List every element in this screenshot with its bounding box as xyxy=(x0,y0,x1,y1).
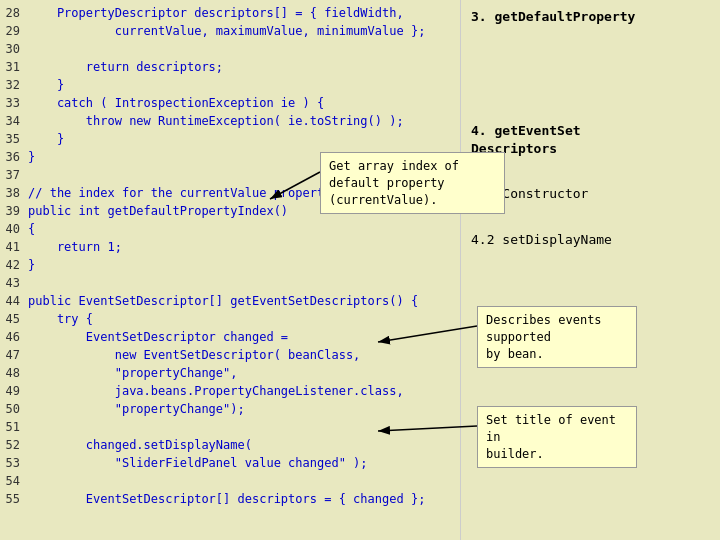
line-number: 40 xyxy=(0,220,28,238)
code-line-30: 30 xyxy=(0,40,460,58)
line-code: throw new RuntimeException( ie.toString(… xyxy=(28,112,404,130)
code-line-48: 48 "propertyChange", xyxy=(0,364,460,382)
code-line-31: 31 return descriptors; xyxy=(0,58,460,76)
line-number: 43 xyxy=(0,274,28,292)
line-number: 48 xyxy=(0,364,28,382)
line-number: 46 xyxy=(0,328,28,346)
code-line-45: 45 try { xyxy=(0,310,460,328)
line-code: changed.setDisplayName( xyxy=(28,436,252,454)
line-code: "propertyChange", xyxy=(28,364,238,382)
code-line-50: 50 "propertyChange"); xyxy=(0,400,460,418)
code-line-35: 35 } xyxy=(0,130,460,148)
line-code: "SliderFieldPanel value changed" ); xyxy=(28,454,368,472)
line-code: } xyxy=(28,130,64,148)
line-number: 41 xyxy=(0,238,28,256)
main-container: 28 PropertyDescriptor descriptors[] = { … xyxy=(0,0,720,540)
code-line-43: 43 xyxy=(0,274,460,292)
sidebar-item-4-1: 4.1 Constructor xyxy=(471,185,710,203)
line-code: public int getDefaultPropertyIndex() xyxy=(28,202,288,220)
code-line-49: 49 java.beans.PropertyChangeListener.cla… xyxy=(0,382,460,400)
line-code: // the index for the currentValue proper… xyxy=(28,184,331,202)
line-number: 44 xyxy=(0,292,28,310)
line-number: 45 xyxy=(0,310,28,328)
line-number: 42 xyxy=(0,256,28,274)
line-number: 28 xyxy=(0,4,28,22)
line-code: public EventSetDescriptor[] getEventSetD… xyxy=(28,292,418,310)
tooltip-set-title: Set title of event inbuilder. xyxy=(477,406,637,468)
line-number: 34 xyxy=(0,112,28,130)
line-number: 39 xyxy=(0,202,28,220)
code-line-29: 29 currentValue, maximumValue, minimumVa… xyxy=(0,22,460,40)
line-code: "propertyChange"); xyxy=(28,400,245,418)
code-line-53: 53 "SliderFieldPanel value changed" ); xyxy=(0,454,460,472)
line-code: java.beans.PropertyChangeListener.class, xyxy=(28,382,404,400)
sidebar-item-4: 4. getEventSetDescriptors xyxy=(471,122,710,158)
code-line-51: 51 xyxy=(0,418,460,436)
code-line-47: 47 new EventSetDescriptor( beanClass, xyxy=(0,346,460,364)
code-line-44: 44public EventSetDescriptor[] getEventSe… xyxy=(0,292,460,310)
code-line-52: 52 changed.setDisplayName( xyxy=(0,436,460,454)
code-line-28: 28 PropertyDescriptor descriptors[] = { … xyxy=(0,4,460,22)
code-line-32: 32 } xyxy=(0,76,460,94)
code-line-55: 55 EventSetDescriptor[] descriptors = { … xyxy=(0,490,460,508)
line-number: 37 xyxy=(0,166,28,184)
line-number: 38 xyxy=(0,184,28,202)
code-area: 28 PropertyDescriptor descriptors[] = { … xyxy=(0,0,460,540)
line-number: 51 xyxy=(0,418,28,436)
line-number: 29 xyxy=(0,22,28,40)
code-line-42: 42} xyxy=(0,256,460,274)
line-number: 31 xyxy=(0,58,28,76)
code-line-40: 40{ xyxy=(0,220,460,238)
line-code: try { xyxy=(28,310,93,328)
tooltip-describes-events: Describes events supportedby bean. xyxy=(477,306,637,368)
line-code: } xyxy=(28,76,64,94)
line-number: 30 xyxy=(0,40,28,58)
line-number: 54 xyxy=(0,472,28,490)
line-code: catch ( IntrospectionException ie ) { xyxy=(28,94,324,112)
line-code: currentValue, maximumValue, minimumValue… xyxy=(28,22,425,40)
line-number: 33 xyxy=(0,94,28,112)
line-code: EventSetDescriptor changed = xyxy=(28,328,288,346)
line-number: 49 xyxy=(0,382,28,400)
line-number: 53 xyxy=(0,454,28,472)
code-line-34: 34 throw new RuntimeException( ie.toStri… xyxy=(0,112,460,130)
sidebar-item-3: 3. getDefaultProperty xyxy=(471,8,710,26)
code-line-33: 33 catch ( IntrospectionException ie ) { xyxy=(0,94,460,112)
code-line-46: 46 EventSetDescriptor changed = xyxy=(0,328,460,346)
line-number: 36 xyxy=(0,148,28,166)
line-code: { xyxy=(28,220,35,238)
code-line-54: 54 xyxy=(0,472,460,490)
line-number: 50 xyxy=(0,400,28,418)
code-line-41: 41 return 1; xyxy=(0,238,460,256)
line-code: return 1; xyxy=(28,238,122,256)
line-number: 32 xyxy=(0,76,28,94)
tooltip-default-property: Get array index of default property(curr… xyxy=(320,152,505,214)
line-code: } xyxy=(28,148,35,166)
line-code: PropertyDescriptor descriptors[] = { fie… xyxy=(28,4,404,22)
sidebar-item-4-2: 4.2 setDisplayName xyxy=(471,231,710,249)
line-number: 35 xyxy=(0,130,28,148)
line-code: return descriptors; xyxy=(28,58,223,76)
line-code: } xyxy=(28,256,35,274)
line-code: new EventSetDescriptor( beanClass, xyxy=(28,346,360,364)
line-number: 55 xyxy=(0,490,28,508)
line-code: EventSetDescriptor[] descriptors = { cha… xyxy=(28,490,425,508)
line-number: 47 xyxy=(0,346,28,364)
line-number: 52 xyxy=(0,436,28,454)
